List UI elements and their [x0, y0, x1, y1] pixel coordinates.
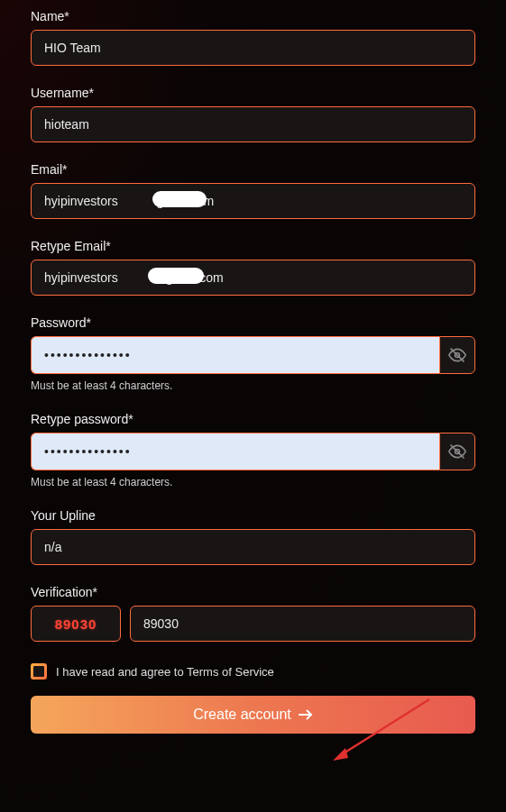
eye-off-icon	[448, 346, 466, 364]
username-label: Username*	[31, 86, 475, 100]
name-field-group: Name*	[31, 9, 475, 66]
password-input[interactable]	[31, 336, 439, 374]
create-account-button[interactable]: Create account	[31, 696, 475, 734]
captcha-display: 89030	[31, 606, 121, 642]
email-label: Email*	[31, 162, 475, 177]
password-field-group: Password* Must be at least 4 characters.	[31, 315, 475, 392]
retype-email-input[interactable]	[31, 260, 475, 296]
retype-password-field-group: Retype password* Must be at least 4 char…	[31, 412, 475, 488]
password-row	[31, 336, 475, 374]
upline-field-group: Your Upline	[31, 508, 475, 565]
email-input[interactable]	[31, 183, 475, 219]
terms-label: I have read and agree to Terms of Servic…	[56, 665, 274, 679]
retype-email-field-group: Retype Email*	[31, 239, 475, 296]
svg-marker-6	[333, 748, 348, 761]
verification-row: 89030	[31, 606, 475, 642]
upline-input[interactable]	[31, 529, 475, 565]
checkbox-inner	[33, 666, 44, 677]
retype-email-label: Retype Email*	[31, 239, 475, 253]
terms-checkbox-row: I have read and agree to Terms of Servic…	[31, 663, 475, 680]
terms-checkbox[interactable]	[31, 663, 47, 680]
email-field-group: Email*	[31, 162, 475, 219]
username-input[interactable]	[31, 106, 475, 142]
redaction-overlay	[148, 268, 204, 284]
verification-input[interactable]	[130, 606, 475, 642]
arrow-right-icon	[299, 709, 313, 720]
submit-label: Create account	[193, 707, 291, 723]
verification-label: Verification*	[31, 585, 475, 599]
redaction-overlay	[152, 191, 207, 207]
retype-password-label: Retype password*	[31, 412, 475, 426]
terms-link[interactable]: Terms of Service	[187, 665, 274, 679]
eye-off-icon	[448, 442, 466, 461]
name-label: Name*	[31, 9, 475, 23]
retype-password-helper: Must be at least 4 characters.	[31, 476, 475, 488]
retype-password-row	[31, 433, 475, 470]
retype-password-input[interactable]	[31, 433, 439, 470]
terms-text: I have read and agree to	[56, 665, 187, 679]
username-field-group: Username*	[31, 86, 475, 142]
name-input[interactable]	[31, 30, 475, 66]
password-label: Password*	[31, 315, 475, 330]
toggle-password-visibility-button[interactable]	[439, 336, 475, 374]
toggle-retype-password-visibility-button[interactable]	[439, 433, 475, 470]
upline-label: Your Upline	[31, 508, 475, 523]
password-helper: Must be at least 4 characters.	[31, 379, 475, 392]
verification-field-group: Verification* 89030	[31, 585, 475, 642]
